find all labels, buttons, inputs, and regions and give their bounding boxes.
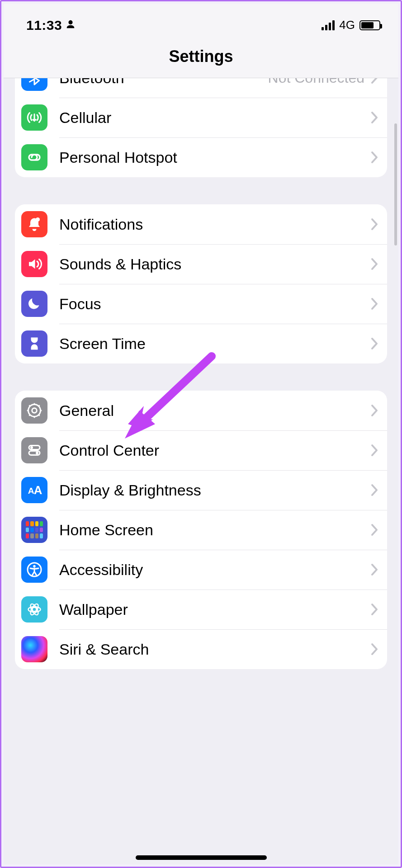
- status-right: 4G: [322, 18, 380, 32]
- focus-icon: [21, 291, 47, 317]
- row-value: Not Connected: [268, 78, 364, 86]
- row-label: General: [59, 402, 371, 420]
- row-label: Control Center: [59, 442, 371, 459]
- bluetooth-icon: [21, 78, 47, 91]
- screen-time-icon: [21, 330, 47, 357]
- row-personal-hotspot[interactable]: Personal Hotspot: [15, 137, 387, 177]
- svg-point-15: [28, 643, 41, 656]
- page-title: Settings: [169, 47, 233, 66]
- status-time: 11:33: [26, 18, 62, 33]
- row-label: Focus: [59, 295, 371, 313]
- row-label: Wallpaper: [59, 601, 371, 618]
- svg-point-0: [36, 217, 40, 222]
- chevron-right-icon: [371, 78, 378, 84]
- svg-point-11: [33, 608, 37, 612]
- row-siri-search[interactable]: Siri & Search: [15, 629, 387, 669]
- row-sounds[interactable]: Sounds & Haptics: [15, 244, 387, 284]
- chevron-right-icon: [371, 297, 378, 310]
- chevron-right-icon: [371, 603, 378, 616]
- hotspot-icon: [21, 144, 47, 170]
- row-display-brightness[interactable]: AA Display & Brightness: [15, 470, 387, 510]
- wallpaper-icon: [21, 596, 47, 623]
- status-left: 11:33: [26, 18, 76, 33]
- row-wallpaper[interactable]: Wallpaper: [15, 590, 387, 629]
- row-label: Accessibility: [59, 561, 371, 579]
- chevron-right-icon: [371, 404, 378, 417]
- row-home-screen[interactable]: Home Screen: [15, 510, 387, 550]
- display-icon: AA: [21, 477, 47, 503]
- row-label: Siri & Search: [59, 641, 371, 658]
- chevron-right-icon: [371, 484, 378, 496]
- group-notifications: Notifications Sounds & Haptics Focus: [15, 204, 387, 363]
- sounds-icon: [21, 251, 47, 277]
- chevron-right-icon: [371, 111, 378, 124]
- chevron-right-icon: [371, 258, 378, 270]
- svg-text:A: A: [34, 484, 43, 496]
- row-notifications[interactable]: Notifications: [15, 204, 387, 244]
- row-label: Bluetooth: [59, 78, 268, 87]
- accessibility-icon: [21, 557, 47, 583]
- row-label: Screen Time: [59, 335, 371, 353]
- user-icon: [66, 19, 76, 32]
- row-label: Personal Hotspot: [59, 149, 371, 166]
- row-label: Notifications: [59, 216, 371, 233]
- cellular-icon: [21, 104, 47, 131]
- chevron-right-icon: [371, 218, 378, 231]
- chevron-right-icon: [371, 643, 378, 656]
- network-label: 4G: [339, 18, 355, 32]
- home-screen-icon: [21, 517, 47, 543]
- svg-point-10: [33, 565, 35, 567]
- svg-point-6: [36, 452, 38, 454]
- chevron-right-icon: [371, 337, 378, 350]
- home-indicator[interactable]: [136, 855, 267, 860]
- svg-point-4: [30, 446, 33, 449]
- status-bar: 11:33 4G: [4, 4, 398, 35]
- nav-header: Settings: [4, 35, 398, 78]
- chevron-right-icon: [371, 151, 378, 164]
- screen: 11:33 4G Settings Bluetooth Not Connecte…: [4, 4, 398, 864]
- group-connectivity: Bluetooth Not Connected Cellular Persona…: [15, 78, 387, 177]
- chevron-right-icon: [371, 444, 378, 457]
- siri-icon: [21, 636, 47, 662]
- row-control-center[interactable]: Control Center: [15, 430, 387, 470]
- chevron-right-icon: [371, 563, 378, 576]
- row-general[interactable]: General: [15, 391, 387, 430]
- signal-icon: [322, 20, 335, 30]
- scroll-indicator: [394, 123, 397, 245]
- row-label: Cellular: [59, 109, 371, 127]
- row-screen-time[interactable]: Screen Time: [15, 324, 387, 363]
- settings-scroll[interactable]: Bluetooth Not Connected Cellular Persona…: [4, 78, 398, 864]
- chevron-right-icon: [371, 524, 378, 536]
- notifications-icon: [21, 211, 47, 237]
- row-cellular[interactable]: Cellular: [15, 98, 387, 137]
- row-label: Display & Brightness: [59, 481, 371, 499]
- row-accessibility[interactable]: Accessibility: [15, 550, 387, 590]
- row-bluetooth[interactable]: Bluetooth Not Connected: [15, 78, 387, 98]
- group-general: General Control Center AA Display & Brig…: [15, 391, 387, 669]
- svg-point-2: [32, 408, 37, 413]
- row-label: Home Screen: [59, 521, 371, 539]
- general-icon: [21, 397, 47, 424]
- row-label: Sounds & Haptics: [59, 255, 371, 273]
- row-focus[interactable]: Focus: [15, 284, 387, 324]
- control-center-icon: [21, 437, 47, 463]
- battery-icon: [359, 20, 380, 30]
